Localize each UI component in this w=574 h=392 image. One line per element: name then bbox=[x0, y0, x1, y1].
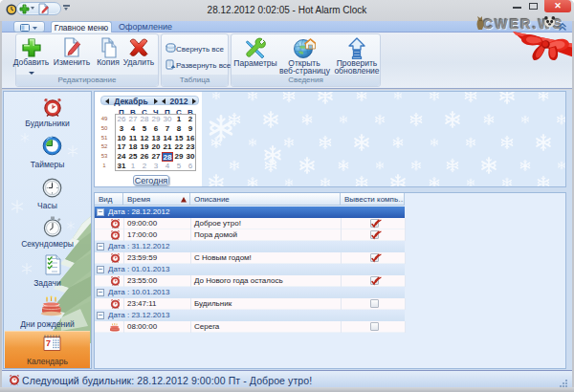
svg-text:7: 7 bbox=[46, 338, 51, 348]
